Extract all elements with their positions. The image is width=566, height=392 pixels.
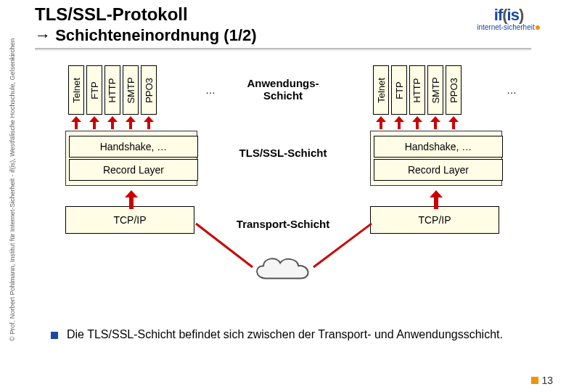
page-marker-icon <box>531 377 538 384</box>
arrow-up-icon <box>427 116 443 129</box>
arrow-up-icon <box>430 190 443 209</box>
pillar-ppo3: PPO3 <box>141 65 157 115</box>
handshake-box-left: Handshake, … <box>69 136 198 158</box>
network-cloud-icon <box>248 250 318 288</box>
handshake-box-right: Handshake, … <box>374 136 503 158</box>
divider <box>35 48 531 51</box>
arrow-up-icon <box>104 116 120 129</box>
svg-line-0 <box>196 224 253 267</box>
pillar-smtp: SMTP <box>123 65 139 115</box>
logo-main: if(is) <box>469 6 549 25</box>
arrows-up-right <box>373 116 462 129</box>
page-number: 13 <box>531 375 553 386</box>
record-box-left: Record Layer <box>69 159 198 181</box>
protocol-pillars-left: Telnet FTP HTTP SMTP PPO3 <box>68 65 196 116</box>
arrow-up-icon <box>68 116 84 129</box>
arrow-right-icon: → <box>35 26 51 44</box>
tcpip-box-right: TCP/IP <box>370 206 499 234</box>
copyright-sidebar: © Prof. Norbert Pohlmann, Institut für I… <box>9 38 16 341</box>
arrows-up-left <box>68 116 157 129</box>
logo-sub: internet-sicherheit <box>469 23 549 31</box>
record-box-right: Record Layer <box>374 159 503 181</box>
arrow-up-icon <box>409 116 425 129</box>
label-tls-layer: TLS/SSL-Schicht <box>232 147 334 159</box>
pillar-http: HTTP <box>409 65 425 115</box>
bullet-point: Die TLS/SSL-Schicht befindet sich zwisch… <box>51 328 537 341</box>
bullet-text: Die TLS/SSL-Schicht befindet sich zwisch… <box>67 328 503 341</box>
tls-layer-right: Handshake, … Record Layer <box>370 131 502 186</box>
pillar-ftp: FTP <box>86 65 102 115</box>
ifis-logo: if(is) internet-sicherheit <box>469 6 549 31</box>
svg-line-1 <box>313 224 372 267</box>
label-app-layer: Anwendungs-Schicht <box>232 77 334 102</box>
arrow-up-icon <box>391 116 407 129</box>
ellipsis-right: … <box>506 84 517 96</box>
pillar-telnet: Telnet <box>373 65 389 115</box>
pillar-ftp: FTP <box>391 65 407 115</box>
arrow-up-icon <box>373 116 389 129</box>
tcpip-box-left: TCP/IP <box>65 206 194 234</box>
arrow-up-icon <box>141 116 157 129</box>
arrow-up-icon <box>123 116 139 129</box>
label-transport-layer: Transport-Schicht <box>232 218 334 230</box>
subtitle-text: Schichteneinordnung (1/2) <box>55 26 256 44</box>
ellipsis-left: … <box>205 84 216 96</box>
tls-layer-left: Handshake, … Record Layer <box>65 131 197 186</box>
pillar-ppo3: PPO3 <box>446 65 462 115</box>
arrow-up-icon <box>446 116 462 129</box>
bullet-square-icon <box>51 332 58 339</box>
protocol-pillars-right: Telnet FTP HTTP SMTP PPO3 <box>373 65 501 116</box>
pillar-smtp: SMTP <box>427 65 443 115</box>
pillar-telnet: Telnet <box>68 65 84 115</box>
layer-diagram: Telnet FTP HTTP SMTP PPO3 Handshake, … R… <box>58 65 537 305</box>
arrow-up-icon <box>125 190 138 209</box>
pillar-http: HTTP <box>104 65 120 115</box>
arrow-up-icon <box>86 116 102 129</box>
